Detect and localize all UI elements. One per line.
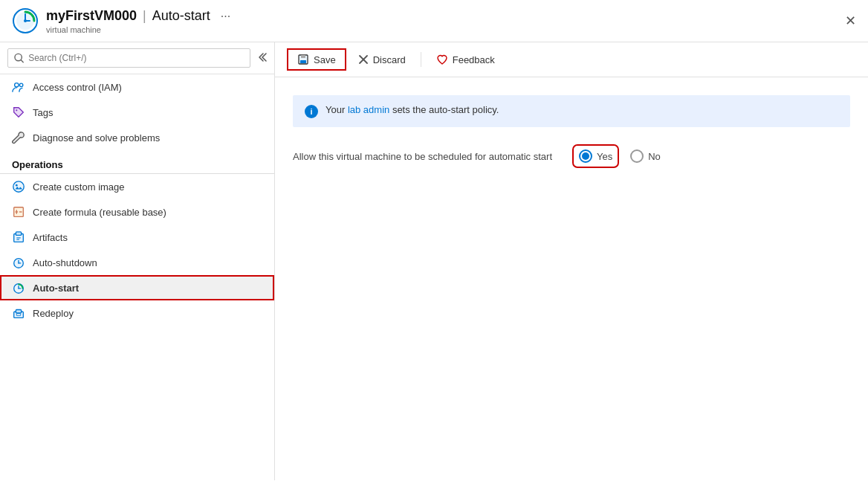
lab-admin-link[interactable]: lab admin	[348, 104, 389, 115]
svg-point-10	[13, 181, 24, 192]
sidebar-item-artifacts[interactable]: Artifacts	[0, 225, 274, 250]
sidebar-item-create-custom-image[interactable]: Create custom image	[0, 174, 274, 199]
save-icon	[297, 54, 309, 65]
search-box[interactable]	[7, 48, 250, 68]
sidebar-item-access-control[interactable]: Access control (IAM)	[0, 74, 274, 100]
toolbar-separator	[421, 52, 421, 67]
svg-rect-28	[16, 314, 20, 316]
vm-subtitle: virtual machine	[46, 25, 856, 34]
radio-no-option[interactable]: No	[630, 149, 661, 163]
clock-green-icon	[12, 281, 25, 294]
svg-rect-27	[16, 310, 21, 314]
wrench-icon	[12, 131, 25, 144]
collapse-icon	[256, 52, 267, 62]
sidebar-item-label: Auto-shutdown	[33, 257, 97, 268]
discard-label: Discard	[373, 54, 406, 65]
image-icon	[12, 180, 25, 193]
radio-yes-label: Yes	[597, 151, 612, 162]
more-icon[interactable]: ···	[221, 10, 230, 23]
sidebar-item-label: Redeploy	[33, 308, 74, 319]
sidebar-item-diagnose[interactable]: Diagnose and solve problems	[0, 125, 274, 150]
info-banner: i Your lab admin sets the auto-start pol…	[293, 95, 850, 127]
radio-no-circle	[630, 149, 644, 163]
radio-yes-circle	[579, 149, 592, 163]
search-input[interactable]	[28, 53, 244, 63]
svg-point-7	[15, 83, 19, 87]
svg-line-6	[21, 60, 23, 62]
header-text: myFirstVM000 | Auto-start ··· virtual ma…	[46, 8, 856, 34]
sidebar-item-tags[interactable]: Tags	[0, 100, 274, 125]
radio-no-label: No	[648, 151, 661, 162]
sidebar-nav: Access control (IAM) Tags Diagnose and s…	[0, 74, 274, 480]
header-separator: |	[143, 8, 146, 24]
svg-point-4	[24, 19, 27, 22]
svg-rect-17	[16, 232, 21, 236]
sidebar-item-label: Create custom image	[33, 181, 125, 193]
sidebar: Access control (IAM) Tags Diagnose and s…	[0, 42, 275, 480]
sidebar-item-label: Artifacts	[33, 232, 68, 243]
svg-rect-30	[301, 55, 305, 58]
toolbar: Save Discard Feedback	[275, 42, 868, 77]
heart-icon	[436, 54, 448, 65]
auto-start-radio-group: Allow this virtual machine to be schedul…	[293, 148, 850, 164]
feedback-label: Feedback	[453, 54, 495, 65]
header: myFirstVM000 | Auto-start ··· virtual ma…	[0, 0, 868, 42]
sidebar-item-label: Auto-start	[33, 283, 79, 294]
page-title: Auto-start	[152, 8, 210, 24]
discard-icon	[358, 54, 369, 65]
info-text: Your lab admin sets the auto-start polic…	[326, 104, 499, 115]
feedback-button[interactable]: Feedback	[427, 50, 504, 69]
redeploy-icon	[12, 306, 25, 320]
tag-icon	[12, 106, 25, 119]
main-layout: Access control (IAM) Tags Diagnose and s…	[0, 42, 868, 480]
clock-icon	[12, 256, 25, 269]
formula-icon	[12, 205, 25, 219]
vm-icon	[12, 7, 39, 34]
operations-section-label: Operations	[0, 150, 274, 174]
save-label: Save	[314, 54, 336, 65]
content-area: i Your lab admin sets the auto-start pol…	[275, 77, 868, 480]
sidebar-item-label: Diagnose and solve problems	[33, 132, 160, 144]
sidebar-item-redeploy[interactable]: Redeploy	[0, 300, 274, 326]
info-icon: i	[305, 105, 318, 118]
svg-rect-31	[300, 60, 306, 63]
save-button[interactable]: Save	[287, 48, 346, 71]
people-icon	[12, 80, 25, 94]
svg-point-8	[19, 83, 23, 87]
sidebar-item-auto-shutdown[interactable]: Auto-shutdown	[0, 250, 274, 275]
svg-point-11	[16, 184, 18, 187]
sidebar-item-auto-start[interactable]: Auto-start	[0, 275, 274, 300]
radio-yes-option[interactable]: Yes	[576, 148, 615, 164]
sidebar-item-label: Tags	[33, 107, 53, 118]
artifacts-icon	[12, 231, 25, 244]
search-icon	[14, 53, 24, 63]
sidebar-search-row	[0, 42, 274, 74]
close-button[interactable]: ✕	[845, 14, 856, 28]
discard-button[interactable]: Discard	[349, 51, 415, 69]
sidebar-item-create-formula[interactable]: Create formula (reusable base)	[0, 199, 274, 225]
collapse-button[interactable]	[256, 52, 267, 65]
svg-point-9	[16, 109, 17, 111]
sidebar-item-label: Access control (IAM)	[33, 82, 122, 93]
vm-name: myFirstVM000	[46, 8, 137, 24]
radio-group-label: Allow this virtual machine to be schedul…	[293, 151, 552, 162]
sidebar-item-label: Create formula (reusable base)	[33, 207, 166, 218]
main-content: Save Discard Feedback i	[275, 42, 868, 480]
